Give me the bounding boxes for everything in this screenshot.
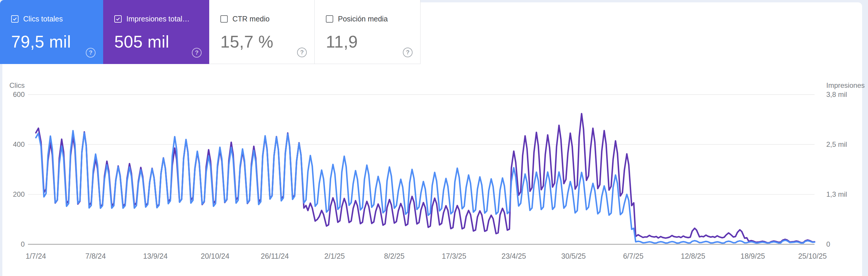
metric-label: CTR medio: [232, 15, 270, 23]
x-axis-date: 26/11/24: [261, 252, 289, 261]
x-axis-date: 30/5/25: [561, 252, 586, 261]
clics-line-series: [36, 131, 814, 243]
metric-label: Posición media: [338, 15, 388, 23]
left-axis-tick: 400: [4, 140, 25, 148]
x-axis-date: 13/9/24: [143, 252, 167, 261]
right-axis-tick: 3,8 mil: [826, 91, 847, 99]
right-axis-title: Impresiones: [826, 81, 865, 90]
x-axis-date: 12/8/25: [681, 252, 705, 261]
x-axis-date: 8/2/25: [384, 252, 405, 261]
metric-cards-row: Clics totales 79,5 mil ? Impresiones tot…: [0, 0, 421, 64]
metric-card-header: Posición media: [326, 15, 420, 23]
x-axis-date: 20/10/24: [201, 252, 229, 261]
help-icon[interactable]: ?: [297, 47, 307, 57]
x-axis-date: 23/4/25: [502, 252, 526, 261]
x-axis-date: 6/7/25: [623, 252, 644, 261]
x-axis-date: 2/1/25: [324, 252, 345, 261]
help-icon[interactable]: ?: [86, 48, 95, 58]
metric-label: Clics totales: [23, 15, 63, 23]
metric-card-posicion-media[interactable]: Posición media 11,9 ?: [315, 0, 421, 64]
help-icon[interactable]: ?: [192, 48, 202, 58]
right-axis-tick: 1,3 mil: [826, 190, 847, 199]
help-icon[interactable]: ?: [403, 47, 412, 57]
x-axis-date: 7/8/24: [86, 252, 106, 261]
check-icon: [116, 16, 121, 22]
right-axis-tick: 2,5 mil: [826, 140, 847, 148]
x-axis-date: 18/9/25: [741, 252, 765, 261]
metric-checkbox[interactable]: [220, 15, 228, 23]
check-icon: [12, 16, 17, 22]
left-axis-tick: 200: [4, 190, 25, 199]
metric-card-ctr-medio[interactable]: CTR medio 15,7 % ?: [209, 0, 315, 64]
metric-checkbox[interactable]: [11, 15, 19, 23]
right-axis-tick: 0: [826, 240, 830, 248]
metric-card-impresiones-totales[interactable]: Impresiones total… 505 mil ?: [103, 0, 209, 64]
x-axis-date: 25/10/25: [798, 252, 827, 261]
x-axis-date: 17/3/25: [442, 252, 466, 261]
left-axis-tick: 600: [4, 91, 25, 99]
left-axis-title: Clics: [9, 81, 25, 90]
impresiones-line-series: [36, 114, 814, 243]
metric-card-header: CTR medio: [220, 15, 314, 23]
metric-card-header: Clics totales: [11, 15, 103, 23]
metric-label: Impresiones total…: [126, 15, 189, 23]
left-axis-tick: 0: [4, 240, 25, 248]
metric-card-clics-totales[interactable]: Clics totales 79,5 mil ?: [0, 0, 103, 64]
x-axis-date: 1/7/24: [26, 252, 46, 261]
metric-card-header: Impresiones total…: [114, 15, 209, 23]
metric-checkbox[interactable]: [114, 15, 122, 23]
metric-checkbox[interactable]: [326, 15, 333, 23]
